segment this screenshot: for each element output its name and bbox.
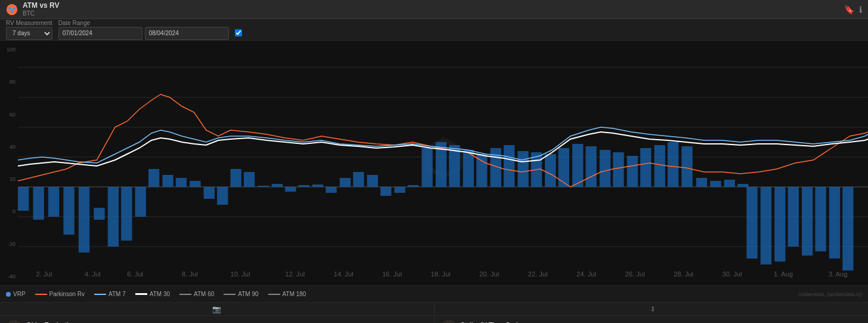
atm30-line: [135, 293, 147, 295]
svg-rect-37: [353, 172, 364, 187]
legend-parkinson: Parkinson Rv: [35, 291, 85, 297]
svg-rect-22: [148, 169, 159, 187]
chart-canvas: ⬡: [18, 44, 868, 282]
oi-panel-logo: [7, 321, 21, 323]
y-label-80: 80: [2, 79, 16, 85]
attribution: Amberdata, (amberdata.io): [798, 291, 862, 297]
camera-icon[interactable]: 📷: [212, 305, 221, 313]
date-range-group: Date Range: [58, 20, 229, 40]
options-checkbox[interactable]: [235, 29, 242, 36]
oi-title: OI by Expiration: [26, 321, 76, 324]
vrp-label: VRP: [13, 291, 26, 297]
svg-text:28. Jul: 28. Jul: [674, 270, 693, 278]
date-start-input[interactable]: [58, 27, 142, 40]
atm60-line: [179, 294, 191, 295]
strike-iv-title: Strike IV Time Series: [461, 321, 526, 324]
svg-rect-56: [613, 152, 624, 187]
legend-atm7: ATM 7: [94, 291, 126, 297]
svg-rect-41: [408, 185, 418, 187]
y-label-neg40: -40: [2, 273, 16, 279]
svg-rect-49: [517, 151, 528, 187]
svg-point-91: [7, 321, 21, 323]
bottom-panels: OI by Expiration BTC 🔖 ⋮ Strike IV Time …: [0, 315, 868, 323]
svg-text:14. Jul: 14. Jul: [334, 270, 354, 278]
legend-atm30: ATM 30: [135, 291, 170, 297]
svg-rect-66: [802, 187, 813, 256]
info-icon[interactable]: ℹ: [859, 5, 862, 14]
svg-rect-38: [367, 175, 378, 187]
y-label-100: 100: [2, 47, 16, 53]
svg-rect-67: [815, 187, 826, 251]
strike-iv-panel: Strike IV Time Series BTC 🔖 ⋮: [435, 316, 869, 323]
atm180-line: [268, 294, 280, 295]
svg-rect-26: [204, 187, 215, 199]
download-icon[interactable]: ⬇: [650, 305, 656, 313]
chart-area: 100 80 60 40 20 0 -20 -40 ⬡: [0, 41, 868, 285]
svg-text:26. Jul: 26. Jul: [625, 270, 645, 278]
svg-text:8. Jul: 8. Jul: [182, 270, 198, 278]
svg-rect-15: [48, 187, 59, 217]
svg-rect-20: [121, 187, 132, 241]
title-sub: BTC: [23, 10, 60, 17]
legend-atm60: ATM 60: [179, 291, 214, 297]
y-label-0: 0: [2, 208, 16, 214]
atm180-label: ATM 180: [283, 291, 306, 297]
y-axis: 100 80 60 40 20 0 -20 -40: [0, 44, 18, 282]
svg-rect-52: [559, 148, 569, 187]
oi-panel: OI by Expiration BTC 🔖 ⋮: [0, 316, 435, 323]
svg-rect-31: [272, 184, 283, 187]
rv-measurement-group: RV Measurement 7 days: [6, 20, 52, 40]
svg-rect-40: [395, 187, 405, 193]
y-label-neg20: -20: [2, 241, 16, 247]
atm90-label: ATM 90: [238, 291, 258, 297]
vrp-dot: [6, 292, 11, 297]
svg-text:20. Jul: 20. Jul: [479, 270, 499, 278]
chart-toolbar: 📷 ⬇: [0, 302, 868, 315]
bookmark-icon[interactable]: 🔖: [844, 5, 854, 14]
y-label-60: 60: [2, 112, 16, 118]
strike-iv-panel-title: Strike IV Time Series BTC: [461, 321, 526, 324]
svg-point-3: [11, 10, 14, 13]
svg-rect-36: [340, 178, 351, 187]
svg-text:24. Jul: 24. Jul: [576, 270, 596, 278]
svg-text:6. Jul: 6. Jul: [127, 270, 143, 278]
svg-rect-69: [842, 187, 853, 270]
date-end-input[interactable]: [145, 27, 229, 40]
svg-rect-65: [788, 187, 799, 247]
app-logo: [6, 4, 18, 16]
rv-measurement-select[interactable]: 7 days: [6, 27, 52, 40]
svg-rect-48: [504, 145, 514, 187]
svg-rect-35: [326, 187, 336, 193]
svg-rect-28: [231, 169, 241, 187]
parkinson-label: Parkinson Rv: [49, 291, 85, 297]
svg-rect-14: [33, 187, 44, 220]
svg-rect-39: [380, 187, 391, 196]
rv-measurement-label: RV Measurement: [6, 20, 52, 26]
svg-point-0: [7, 4, 17, 14]
svg-rect-23: [162, 175, 173, 187]
svg-rect-54: [585, 146, 596, 187]
window-title: ATM vs RV BTC: [23, 1, 60, 17]
svg-rect-33: [299, 185, 309, 187]
svg-rect-19: [108, 187, 119, 247]
legend-atm90: ATM 90: [224, 291, 258, 297]
atm60-label: ATM 60: [194, 291, 214, 297]
svg-text:30. Jul: 30. Jul: [723, 270, 742, 278]
svg-rect-71: [710, 181, 721, 187]
svg-rect-30: [258, 186, 268, 187]
atm30-label: ATM 30: [150, 291, 170, 297]
svg-rect-53: [572, 144, 583, 187]
chart-legend: VRP Parkinson Rv ATM 7 ATM 30 ATM 60 ATM…: [0, 285, 868, 302]
atm7-label: ATM 7: [108, 291, 126, 297]
title-main: ATM vs RV: [23, 1, 60, 10]
svg-rect-61: [681, 146, 692, 187]
atm90-line: [224, 294, 235, 295]
atm7-line: [94, 294, 106, 295]
svg-rect-57: [627, 156, 638, 187]
svg-rect-68: [829, 187, 840, 259]
svg-rect-62: [746, 187, 757, 259]
svg-rect-70: [696, 178, 707, 187]
svg-rect-13: [18, 187, 29, 211]
svg-rect-32: [285, 187, 296, 192]
parkinson-line: [35, 294, 47, 295]
